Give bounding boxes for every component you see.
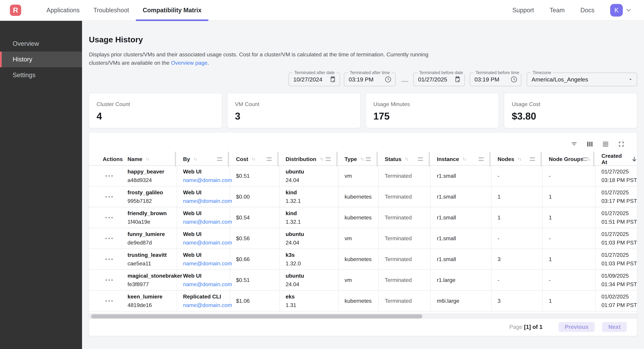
calendar-icon[interactable] <box>329 76 336 83</box>
row-actions-button[interactable] <box>97 228 122 249</box>
sort-arrows-icon[interactable] <box>517 156 522 162</box>
stat-card-vm-count: VM Count 3 <box>227 93 360 128</box>
column-drag-handle-icon[interactable] <box>530 157 535 161</box>
column-resize-bar[interactable] <box>336 152 338 167</box>
created-date: 01/27/2025 <box>602 189 637 196</box>
column-header-created-at[interactable]: Created At <box>596 153 637 165</box>
created-by-source: Web UI <box>183 189 230 196</box>
terminated-before-date-input[interactable]: Terminated before date 01/27/2025 <box>413 72 465 86</box>
column-header-cost[interactable]: Cost <box>230 153 280 165</box>
created-by-email-link[interactable]: name@domain.com <box>183 219 230 225</box>
sort-arrows-icon[interactable] <box>359 156 365 162</box>
created-by-email-link[interactable]: name@domain.com <box>183 198 230 204</box>
page-indicator: Page [1] of 1 <box>509 324 542 330</box>
tab-compatibility-matrix[interactable]: Compatibility Matrix <box>136 0 208 21</box>
tab-applications[interactable]: Applications <box>40 0 86 21</box>
column-drag-handle-icon[interactable] <box>418 157 423 161</box>
column-drag-handle-icon[interactable] <box>266 157 272 161</box>
sorted-descending-icon[interactable] <box>631 156 637 162</box>
column-drag-handle-icon[interactable] <box>366 157 371 161</box>
column-drag-handle-icon[interactable] <box>478 157 484 161</box>
terminated-after-time-input[interactable]: Terminated after time 03:19 PM <box>344 72 396 86</box>
show-hide-columns-icon[interactable] <box>584 139 595 150</box>
column-header-instance[interactable]: Instance <box>431 153 492 165</box>
nodes-cell: 3 <box>492 291 543 311</box>
created-by-email-link[interactable]: name@domain.com <box>183 302 230 308</box>
node-groups-value: - <box>549 173 595 179</box>
column-resize-bar[interactable] <box>175 152 176 167</box>
table-body: happy_beavera48d9324Web UIname@domain.co… <box>89 166 637 312</box>
clock-icon[interactable] <box>510 76 518 83</box>
created-by-email-link[interactable]: name@domain.com <box>183 260 230 267</box>
created-by-email-link[interactable]: name@domain.com <box>183 177 230 183</box>
density-icon[interactable] <box>600 139 611 150</box>
tab-troubleshoot[interactable]: Troubleshoot <box>86 0 136 21</box>
column-header-by[interactable]: By <box>177 153 230 165</box>
sort-arrows-icon[interactable] <box>250 156 256 162</box>
table-toolbar <box>569 139 627 150</box>
row-actions-button[interactable] <box>97 207 122 228</box>
instance-cell: m6i.large <box>431 291 492 311</box>
nodes-value: 1 <box>498 214 542 221</box>
row-actions-button[interactable] <box>97 270 122 290</box>
horizontal-scrollbar <box>89 314 637 319</box>
column-resize-bar[interactable] <box>429 152 430 167</box>
horizontal-scrollbar-thumb[interactable] <box>91 314 422 319</box>
distribution-version: 24.04 <box>286 240 338 246</box>
instance-value: r1.small <box>437 214 491 221</box>
column-resize-bar[interactable] <box>228 152 229 167</box>
row-actions-button[interactable] <box>97 291 122 311</box>
column-header-nodes[interactable]: Nodes <box>492 153 543 165</box>
created-by-email-link[interactable]: name@domain.com <box>183 240 230 246</box>
cost-value: $0.51 <box>236 277 279 283</box>
filter-icon[interactable] <box>569 139 580 150</box>
timezone-select[interactable]: Timezone America/Los_Angeles <box>527 72 637 86</box>
status-cell: Terminated <box>379 207 431 228</box>
row-actions-button[interactable] <box>97 166 122 186</box>
nav-link-team[interactable]: Team <box>550 7 565 14</box>
row-actions-button[interactable] <box>97 186 122 207</box>
terminated-after-date-input[interactable]: Terminated after date 10/27/2024 <box>288 72 340 86</box>
table-row: trusting_leavittcae5ea11Web UIname@domai… <box>89 249 637 270</box>
status-cell: Terminated <box>379 249 431 270</box>
nav-link-docs[interactable]: Docs <box>580 7 594 14</box>
column-resize-bar[interactable] <box>593 152 594 167</box>
column-header-type[interactable]: Type <box>338 153 379 165</box>
column-header-node-groups[interactable]: Node Groups <box>543 153 596 165</box>
sort-arrows-icon[interactable] <box>145 156 150 162</box>
next-page-button[interactable]: Next <box>602 322 627 332</box>
nav-link-support[interactable]: Support <box>512 7 534 14</box>
overview-page-link[interactable]: Overview page <box>171 60 207 66</box>
column-header-distribution[interactable]: Distribution <box>280 153 338 165</box>
avatar[interactable]: K <box>610 4 623 16</box>
created-by-email-link[interactable]: name@domain.com <box>183 281 230 288</box>
previous-page-button[interactable]: Previous <box>558 322 594 332</box>
chevron-down-icon[interactable] <box>625 7 632 14</box>
column-drag-handle-icon[interactable] <box>582 157 588 161</box>
column-resize-bar[interactable] <box>540 152 542 167</box>
sidebar-item-settings[interactable]: Settings <box>0 67 82 83</box>
row-actions-button[interactable] <box>97 249 122 270</box>
clock-icon[interactable] <box>384 76 392 83</box>
type-cell: vm <box>338 166 379 186</box>
replicated-logo[interactable]: R <box>10 4 21 16</box>
calendar-icon[interactable] <box>454 76 461 83</box>
sidebar-item-overview[interactable]: Overview <box>0 36 82 51</box>
status-value: Terminated <box>385 256 430 262</box>
sidebar-item-history[interactable]: History <box>0 51 82 67</box>
column-header-status[interactable]: Status <box>379 153 431 165</box>
column-drag-handle-icon[interactable] <box>217 157 222 161</box>
sort-arrows-icon[interactable] <box>319 156 324 162</box>
terminated-before-time-input[interactable]: Terminated before time 03:19 PM <box>470 72 521 86</box>
column-header-name[interactable]: Name <box>122 153 177 165</box>
fullscreen-icon[interactable] <box>616 139 627 150</box>
column-resize-bar[interactable] <box>278 152 278 167</box>
column-resize-bar[interactable] <box>376 152 378 167</box>
distribution-version: 1.32.0 <box>286 260 338 267</box>
sort-arrows-icon[interactable] <box>404 156 410 162</box>
sort-arrows-icon[interactable] <box>192 156 198 162</box>
column-resize-bar[interactable] <box>489 152 490 167</box>
sort-arrows-icon[interactable] <box>462 156 467 162</box>
dropdown-arrow-icon[interactable] <box>628 76 634 82</box>
column-drag-handle-icon[interactable] <box>326 157 331 161</box>
